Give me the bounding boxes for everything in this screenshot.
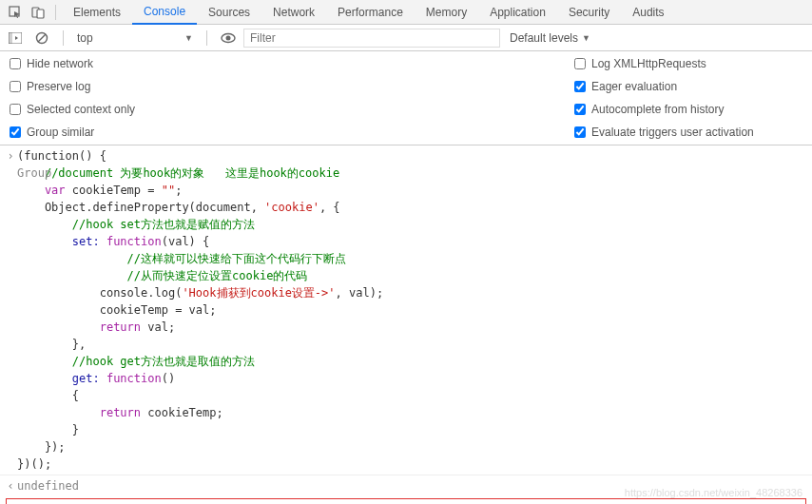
tab-sources[interactable]: Sources <box>197 1 261 24</box>
context-label: top <box>77 31 93 45</box>
device-toggle-icon[interactable] <box>29 3 48 22</box>
chevron-down-icon: ▼ <box>582 33 590 43</box>
option-preserve-log[interactable]: Preserve log <box>10 80 536 93</box>
clear-console-icon[interactable] <box>32 29 51 48</box>
tab-audits[interactable]: Audits <box>621 1 675 24</box>
svg-line-6 <box>38 34 46 42</box>
label: Autocomplete from history <box>591 103 724 116</box>
label: Hide network <box>27 57 93 70</box>
levels-label: Default levels <box>510 31 578 45</box>
watermark: https://blog.csdn.net/weixin_48268336 <box>625 487 802 498</box>
tab-security[interactable]: Security <box>557 1 621 24</box>
option-eager-eval[interactable]: Eager evaluation <box>574 80 802 93</box>
checkbox[interactable] <box>10 58 21 69</box>
checkbox[interactable] <box>10 104 21 115</box>
checkbox[interactable] <box>574 81 586 92</box>
devtools-tab-bar: Elements Console Sources Network Perform… <box>0 0 812 25</box>
separator <box>55 5 56 20</box>
label: Log XMLHttpRequests <box>591 57 706 70</box>
label: Group similar <box>27 126 94 139</box>
execution-context-select[interactable]: top ▼ <box>73 29 197 47</box>
output-marker: ‹ <box>4 477 17 494</box>
option-group-similar[interactable]: Group similar <box>10 126 536 139</box>
checkbox[interactable] <box>574 104 586 115</box>
checkbox[interactable] <box>574 58 586 69</box>
svg-rect-4 <box>9 32 12 44</box>
highlighted-block: › document.cookie = "1" Hook捕获到cookie设置-… <box>6 498 806 504</box>
svg-rect-2 <box>37 10 44 18</box>
label: Evaluate triggers user activation <box>591 126 754 139</box>
tab-network[interactable]: Network <box>261 1 326 24</box>
svg-point-8 <box>226 35 231 40</box>
tab-application[interactable]: Application <box>478 1 557 24</box>
code: (function() { Group //document 为要hook的对象… <box>17 147 808 473</box>
label: Selected context only <box>27 103 135 116</box>
separator <box>206 30 207 46</box>
checkbox[interactable] <box>10 126 21 138</box>
options-left: Hide network Preserve log Selected conte… <box>10 57 536 139</box>
console-toolbar: top ▼ Default levels ▼ <box>0 25 812 51</box>
option-autocomplete[interactable]: Autocomplete from history <box>574 103 802 116</box>
live-expression-icon[interactable] <box>219 29 238 48</box>
console-input-line: › (function() { Group //document 为要hook的… <box>0 147 812 473</box>
tab-console[interactable]: Console <box>132 0 197 25</box>
tab-memory[interactable]: Memory <box>415 1 478 24</box>
label: Eager evaluation <box>591 80 677 93</box>
log-levels-select[interactable]: Default levels ▼ <box>504 31 596 45</box>
sidebar-toggle-icon[interactable] <box>6 29 25 48</box>
tab-elements[interactable]: Elements <box>62 1 132 24</box>
console-settings: Hide network Preserve log Selected conte… <box>0 51 812 145</box>
separator <box>63 30 64 46</box>
tab-performance[interactable]: Performance <box>326 1 415 24</box>
checkbox[interactable] <box>10 81 21 92</box>
option-hide-network[interactable]: Hide network <box>10 57 536 70</box>
filter-input[interactable] <box>243 29 500 48</box>
checkbox[interactable] <box>574 126 586 138</box>
chevron-down-icon: ▼ <box>184 33 193 43</box>
label: Preserve log <box>27 80 90 93</box>
option-selected-context[interactable]: Selected context only <box>10 103 536 116</box>
options-right: Log XMLHttpRequests Eager evaluation Aut… <box>574 57 802 139</box>
input-marker: › <box>4 147 17 473</box>
option-log-xhr[interactable]: Log XMLHttpRequests <box>574 57 802 70</box>
option-evaluate-triggers[interactable]: Evaluate triggers user activation <box>574 126 802 139</box>
console-output[interactable]: › (function() { Group //document 为要hook的… <box>0 145 812 504</box>
inspect-icon[interactable] <box>6 3 25 22</box>
